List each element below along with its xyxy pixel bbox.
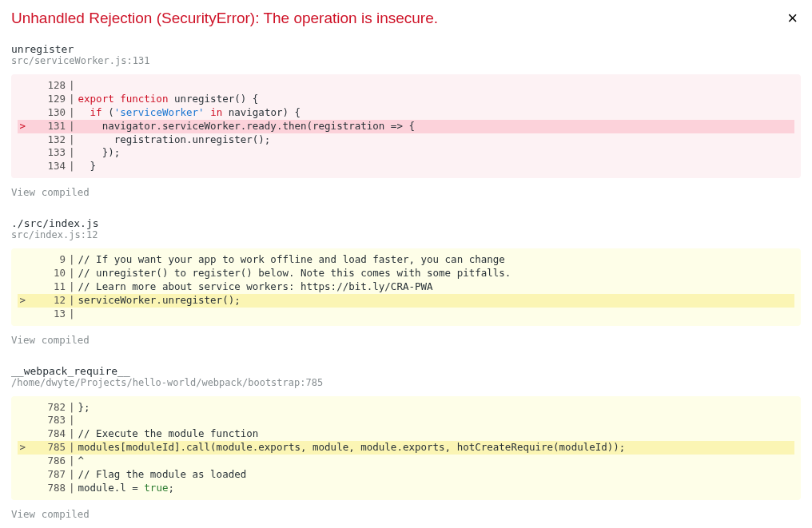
close-icon[interactable]: × — [787, 10, 798, 27]
stack-frame-0: unregister src/serviceWorker.js:131 128|… — [11, 43, 801, 198]
frame-location: src/serviceWorker.js:131 — [11, 55, 801, 66]
stack-frame-1: ./src/index.js src/index.js:12 9|// If y… — [11, 217, 801, 345]
view-compiled-link[interactable]: View compiled — [11, 186, 801, 198]
code-block: 782|}; 783| 784|// Execute the module fu… — [11, 396, 801, 500]
code-block: 9|// If you want your app to work offlin… — [11, 248, 801, 325]
frame-location: src/index.js:12 — [11, 229, 801, 240]
frame-function: unregister — [11, 43, 801, 55]
frame-location: /home/dwyte/Projects/hello-world/webpack… — [11, 377, 801, 388]
frame-function: __webpack_require__ — [11, 365, 801, 377]
error-title: Unhandled Rejection (SecurityError): The… — [11, 10, 801, 27]
view-compiled-link[interactable]: View compiled — [11, 334, 801, 346]
stack-frame-2: __webpack_require__ /home/dwyte/Projects… — [11, 365, 801, 520]
frame-function: ./src/index.js — [11, 217, 801, 229]
view-compiled-link[interactable]: View compiled — [11, 508, 801, 520]
code-block: 128| 129|export function unregister() { … — [11, 74, 801, 178]
